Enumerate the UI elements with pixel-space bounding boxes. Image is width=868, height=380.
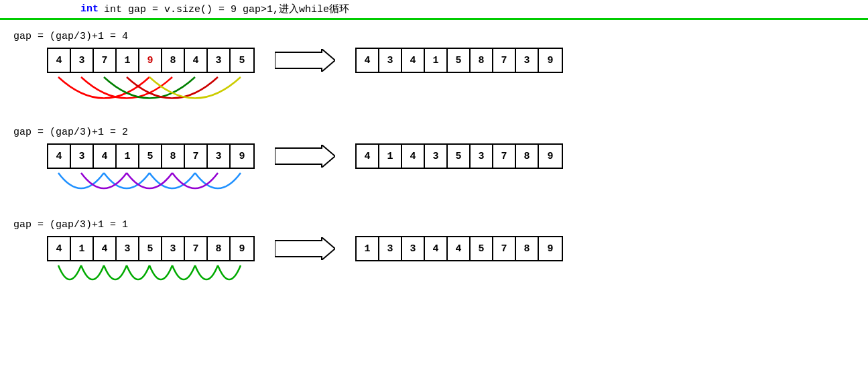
gap4-output-array: 4 3 4 1 5 8 7 3 9 [355, 48, 563, 73]
gap1-arrays-row: 4 1 4 3 5 3 7 8 9 1 3 3 4 [47, 236, 861, 261]
gap4-label: gap = (gap/3)+1 = 4 [13, 31, 861, 42]
gap1-arcs [47, 264, 261, 298]
cell: 9 [539, 49, 562, 72]
cell: 4 [185, 49, 208, 72]
cell: 4 [448, 237, 471, 260]
cell: 9 [231, 237, 253, 260]
cell: 7 [493, 145, 516, 168]
cell: 1 [71, 237, 94, 260]
gap4-arrow [275, 49, 335, 72]
cell: 8 [162, 49, 185, 72]
cell: 5 [231, 49, 253, 72]
gap2-input-array: 4 3 4 1 5 8 7 3 9 [47, 143, 255, 169]
cell: 7 [493, 237, 516, 260]
gap4-arrays-row: 4 3 7 1 9 8 4 3 5 4 3 4 1 [47, 48, 861, 73]
cell: 3 [71, 49, 94, 72]
section-gap1-body: gap = (gap/3)+1 = 1 4 1 4 3 5 3 7 8 9 [0, 215, 868, 298]
cell: 9 [231, 145, 253, 168]
cell: 3 [117, 237, 139, 260]
cell: 3 [516, 49, 539, 72]
header-text: int gap = v.size() = 9 gap>1,进入while循环 [104, 3, 349, 15]
gap2-arcs [47, 172, 261, 208]
cell: 9 [539, 237, 562, 260]
cell: 3 [379, 237, 402, 260]
cell: 5 [471, 237, 493, 260]
gap2-arrays-row: 4 3 4 1 5 8 7 3 9 4 1 4 3 [47, 143, 861, 169]
cell: 5 [448, 49, 471, 72]
cell: 4 [357, 49, 379, 72]
section-gap4: gap = (gap/3)+1 = 4 4 3 7 1 9 8 4 3 5 [0, 27, 868, 116]
gap1-output-array: 1 3 3 4 4 5 7 8 9 [355, 236, 563, 261]
svg-marker-0 [275, 49, 335, 72]
gap1-arrow [275, 237, 335, 260]
gap2-output-array: 4 1 4 3 5 3 7 8 9 [355, 143, 563, 169]
cell: 1 [117, 145, 139, 168]
cell: 4 [425, 237, 448, 260]
cell: 3 [208, 145, 231, 168]
cell: 9 [139, 49, 162, 72]
cell: 3 [379, 49, 402, 72]
cell: 7 [185, 237, 208, 260]
cell: 4 [48, 49, 71, 72]
cell: 8 [471, 49, 493, 72]
cell: 5 [139, 145, 162, 168]
svg-marker-2 [275, 237, 335, 260]
cell: 8 [516, 237, 539, 260]
cell: 9 [539, 145, 562, 168]
section-gap2-body: gap = (gap/3)+1 = 2 4 3 4 1 5 8 7 3 9 [0, 123, 868, 208]
section-gap2: gap = (gap/3)+1 = 2 4 3 4 1 5 8 7 3 9 [0, 123, 868, 208]
cell: 8 [516, 145, 539, 168]
cell: 8 [208, 237, 231, 260]
cell: 5 [448, 145, 471, 168]
gap4-arcs [47, 76, 261, 116]
section-gap1: gap = (gap/3)+1 = 1 4 1 4 3 5 3 7 8 9 [0, 215, 868, 298]
gap4-input-array: 4 3 7 1 9 8 4 3 5 [47, 48, 255, 73]
cell: 5 [139, 237, 162, 260]
section-gap4-body: gap = (gap/3)+1 = 4 4 3 7 1 9 8 4 3 5 [0, 27, 868, 116]
cell: 1 [425, 49, 448, 72]
cell: 7 [185, 145, 208, 168]
cell: 4 [357, 145, 379, 168]
cell: 3 [71, 145, 94, 168]
cell: 8 [162, 145, 185, 168]
gap1-input-array: 4 1 4 3 5 3 7 8 9 [47, 236, 255, 261]
cell: 3 [402, 237, 425, 260]
cell: 7 [493, 49, 516, 72]
header-code-line: int int gap = v.size() = 9 gap>1,进入while… [0, 0, 868, 18]
cell: 1 [379, 145, 402, 168]
gap2-label: gap = (gap/3)+1 = 2 [13, 127, 861, 138]
cell: 4 [402, 49, 425, 72]
cell: 1 [117, 49, 139, 72]
cell: 4 [48, 145, 71, 168]
svg-marker-1 [275, 145, 335, 168]
cell: 3 [162, 237, 185, 260]
gap2-arrow [275, 145, 335, 168]
cell: 3 [425, 145, 448, 168]
cell: 4 [94, 237, 117, 260]
gap1-label: gap = (gap/3)+1 = 1 [13, 219, 861, 231]
cell: 1 [357, 237, 379, 260]
cell: 3 [208, 49, 231, 72]
cell: 4 [402, 145, 425, 168]
cell: 4 [48, 237, 71, 260]
cell: 7 [94, 49, 117, 72]
kw-int: int [80, 3, 99, 15]
green-divider [0, 18, 868, 20]
cell: 4 [94, 145, 117, 168]
cell: 3 [471, 145, 493, 168]
